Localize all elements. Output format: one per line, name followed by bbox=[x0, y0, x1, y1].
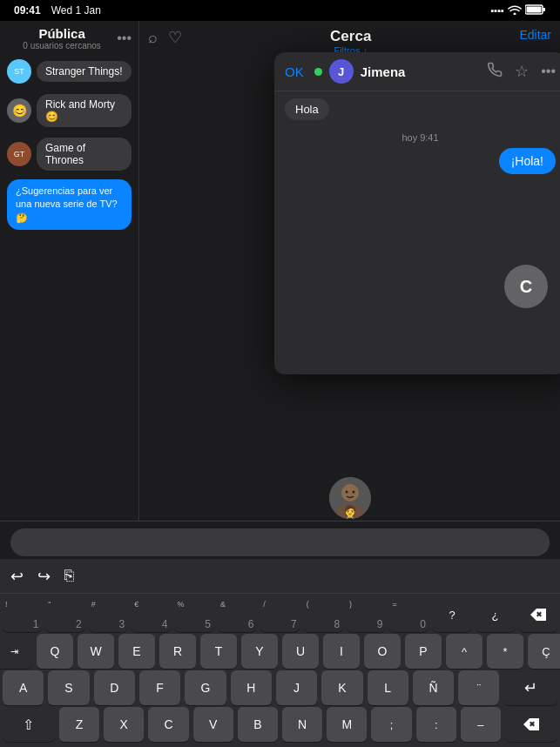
list-item[interactable]: GT Game of Thrones bbox=[0, 132, 138, 176]
numbers-key-right[interactable]: .?123 bbox=[426, 744, 496, 747]
key-diaeresis[interactable]: ¨ bbox=[458, 670, 499, 705]
list-item[interactable]: 😊 Rick and Morty 😊 bbox=[0, 89, 138, 132]
left-panel-subtitle: 0 usuarios cercanos bbox=[7, 41, 117, 50]
key-g[interactable]: G bbox=[185, 670, 226, 705]
key-2[interactable]: " 2 bbox=[45, 597, 84, 632]
key-question[interactable]: ? bbox=[433, 597, 471, 632]
microphone-key[interactable] bbox=[138, 744, 182, 747]
redo-icon[interactable]: ↪ bbox=[37, 567, 51, 586]
key-i[interactable]: I bbox=[323, 634, 360, 669]
key-f[interactable]: F bbox=[139, 670, 180, 705]
key-o[interactable]: O bbox=[364, 634, 401, 669]
key-0[interactable]: = 0 bbox=[389, 597, 428, 632]
outgoing-message: ¡Hola! bbox=[499, 148, 556, 174]
key-e[interactable]: E bbox=[118, 634, 155, 669]
key-q[interactable]: Q bbox=[37, 634, 73, 669]
key-b[interactable]: B bbox=[238, 707, 278, 742]
status-date: Wed 1 Jan bbox=[51, 4, 101, 17]
key-t[interactable]: T bbox=[200, 634, 237, 669]
editar-button[interactable]: Editar bbox=[519, 28, 551, 42]
key-dash[interactable]: – bbox=[461, 707, 501, 742]
right-panel: ⌕ ♡ Cerca Filtros ↓ Editar OK J Jimena bbox=[139, 21, 560, 521]
backspace-key[interactable] bbox=[519, 597, 557, 632]
undo-icon[interactable]: ↩ bbox=[10, 567, 24, 586]
left-panel: Pública 0 usuarios cercanos ••• ST Stran… bbox=[0, 21, 139, 521]
left-panel-title: Pública bbox=[7, 26, 117, 41]
key-c-cedilla[interactable]: Ç bbox=[528, 634, 560, 669]
contact-name: Jimena bbox=[361, 64, 481, 79]
avatar: 😊 bbox=[7, 98, 31, 123]
conv-header-icons: ☆ ••• bbox=[487, 62, 556, 81]
keyboard-dismiss-key[interactable] bbox=[500, 744, 543, 747]
backspace-key-2[interactable] bbox=[505, 707, 557, 742]
key-1[interactable]: ! 1 bbox=[3, 597, 41, 632]
more-options-icon[interactable]: ••• bbox=[541, 64, 556, 79]
key-8[interactable]: ( 8 bbox=[304, 597, 342, 632]
cerca-title: Cerca bbox=[182, 28, 519, 45]
numbers-key-left[interactable]: .?123 bbox=[64, 744, 134, 747]
keyboard-row-1: ! 1 " 2 # 3 € 4 % 5 & 6 / 7 ( 8 bbox=[3, 597, 557, 632]
key-tab[interactable]: ⇥ bbox=[0, 634, 32, 669]
key-6[interactable]: & 6 bbox=[218, 597, 256, 632]
key-s[interactable]: S bbox=[48, 670, 89, 705]
input-area bbox=[0, 521, 560, 559]
key-caret[interactable]: ^ bbox=[446, 634, 482, 669]
floating-c-button[interactable]: C bbox=[504, 265, 548, 308]
message-input[interactable] bbox=[10, 528, 550, 556]
key-a[interactable]: A bbox=[3, 670, 44, 705]
search-icon[interactable]: ⌕ bbox=[148, 29, 158, 47]
paste-icon[interactable]: ⎘ bbox=[64, 567, 74, 585]
more-icon[interactable]: ••• bbox=[117, 30, 132, 46]
key-asterisk[interactable]: * bbox=[487, 634, 523, 669]
key-j[interactable]: J bbox=[276, 670, 317, 705]
key-4[interactable]: € 4 bbox=[132, 597, 170, 632]
key-return[interactable]: ↵ bbox=[503, 670, 557, 705]
key-r[interactable]: R bbox=[159, 634, 196, 669]
chat-long-message[interactable]: ¿Sugerencias para ver una nueva serie de… bbox=[7, 179, 132, 230]
key-u[interactable]: U bbox=[282, 634, 319, 669]
key-7[interactable]: / 7 bbox=[260, 597, 299, 632]
key-l[interactable]: L bbox=[368, 670, 408, 705]
online-indicator bbox=[314, 68, 322, 76]
key-k[interactable]: K bbox=[321, 670, 362, 705]
key-9[interactable]: ) 9 bbox=[347, 597, 385, 632]
svg-point-7 bbox=[352, 491, 354, 494]
svg-rect-1 bbox=[543, 8, 545, 11]
keyboard-toolbar: ↩ ↪ ⎘ bbox=[0, 559, 560, 594]
space-key[interactable] bbox=[186, 744, 422, 747]
quick-reply-bubble[interactable]: Hola bbox=[285, 98, 329, 120]
chat-bubble-text[interactable]: Game of Thrones bbox=[37, 138, 132, 171]
key-5[interactable]: % 5 bbox=[175, 597, 213, 632]
keyboard-row-2: ⇥ Q W E R T Y U I O P ^ * Ç bbox=[3, 634, 557, 669]
svg-rect-2 bbox=[527, 7, 542, 13]
star-icon[interactable]: ☆ bbox=[515, 62, 529, 81]
shift-key[interactable]: ⇧ bbox=[3, 707, 55, 742]
key-n-tilde[interactable]: Ñ bbox=[413, 670, 454, 705]
key-p[interactable]: P bbox=[405, 634, 442, 669]
key-v[interactable]: V bbox=[193, 707, 233, 742]
keyboard: ! 1 " 2 # 3 € 4 % 5 & 6 / 7 ( 8 bbox=[0, 594, 560, 747]
chat-list: ST Stranger Things! 😊 Rick and Morty 😊 G… bbox=[0, 50, 138, 521]
key-inverted-question[interactable]: ¿ bbox=[476, 597, 514, 632]
key-n[interactable]: N bbox=[282, 707, 322, 742]
emoji-key[interactable]: 😊 bbox=[17, 744, 60, 747]
heart-icon[interactable]: ♡ bbox=[168, 28, 182, 47]
ok-button[interactable]: OK bbox=[285, 64, 304, 79]
key-m[interactable]: M bbox=[327, 707, 367, 742]
key-w[interactable]: W bbox=[78, 634, 114, 669]
conversation-modal: OK J Jimena ☆ ••• Hola hoy 9:41 ¡Hol bbox=[274, 52, 560, 374]
list-item[interactable]: ST Stranger Things! bbox=[0, 54, 138, 89]
key-c[interactable]: C bbox=[148, 707, 188, 742]
bottom-avatar-area: 🤵 bbox=[139, 475, 560, 519]
key-semicolon[interactable]: ; bbox=[371, 707, 411, 742]
key-colon[interactable]: : bbox=[416, 707, 456, 742]
key-z[interactable]: Z bbox=[59, 707, 99, 742]
key-h[interactable]: H bbox=[231, 670, 272, 705]
phone-icon[interactable] bbox=[487, 62, 503, 81]
key-d[interactable]: D bbox=[94, 670, 135, 705]
key-x[interactable]: X bbox=[104, 707, 144, 742]
chat-bubble-text[interactable]: Stranger Things! bbox=[37, 61, 132, 82]
key-3[interactable]: # 3 bbox=[89, 597, 127, 632]
key-y[interactable]: Y bbox=[241, 634, 278, 669]
chat-bubble-text[interactable]: Rick and Morty 😊 bbox=[37, 94, 132, 127]
